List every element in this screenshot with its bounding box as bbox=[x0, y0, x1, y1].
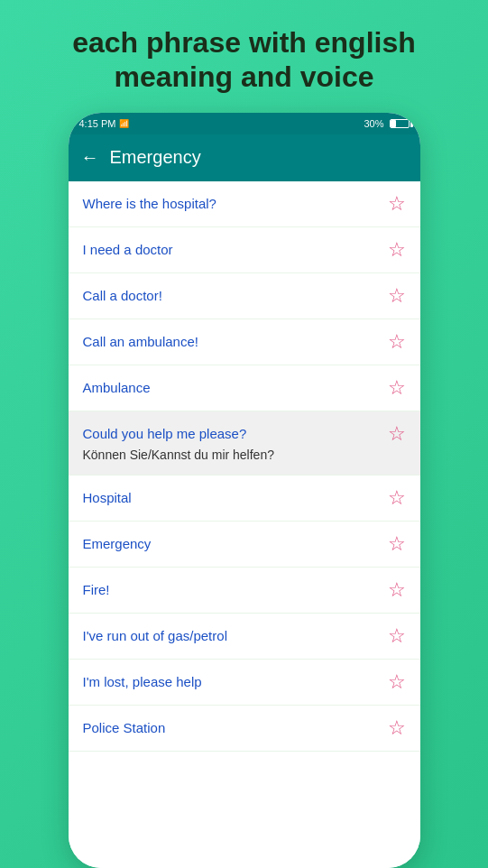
list-item[interactable]: Emergency ☆ bbox=[69, 522, 420, 568]
phrase-text: Emergency bbox=[83, 536, 152, 551]
list-item[interactable]: Where is the hospital? ☆ bbox=[69, 181, 420, 227]
list-item[interactable]: Call an ambulance! ☆ bbox=[69, 319, 420, 365]
phrase-text: Hospital bbox=[83, 490, 132, 505]
list-item[interactable]: Police Station ☆ bbox=[69, 706, 420, 752]
phrase-text: Police Station bbox=[83, 720, 166, 735]
status-right: 30% bbox=[364, 118, 409, 129]
phrase-text: Call an ambulance! bbox=[83, 334, 198, 349]
battery-percent: 30% bbox=[364, 118, 383, 129]
phrase-text: I'm lost, please help bbox=[83, 674, 202, 689]
status-left: 4:15 PM 📶 bbox=[79, 118, 130, 129]
star-icon[interactable]: ☆ bbox=[388, 718, 406, 738]
star-icon[interactable]: ☆ bbox=[388, 534, 406, 554]
star-icon[interactable]: ☆ bbox=[388, 286, 406, 306]
phone-wrapper: 4:15 PM 📶 30% ← Emergency Where is the h… bbox=[69, 113, 420, 868]
phrase-list: Where is the hospital? ☆ I need a doctor… bbox=[69, 181, 420, 868]
star-icon[interactable]: ☆ bbox=[388, 672, 406, 692]
list-item[interactable]: Fire! ☆ bbox=[69, 568, 420, 614]
star-icon[interactable]: ☆ bbox=[388, 424, 406, 444]
status-bar: 4:15 PM 📶 30% bbox=[69, 113, 420, 134]
phrase-text: I've run out of gas/petrol bbox=[83, 628, 227, 643]
star-icon[interactable]: ☆ bbox=[388, 194, 406, 214]
phrase-translation: Können Sie/Kannst du mir helfen? bbox=[83, 448, 274, 462]
list-item[interactable]: I'm lost, please help ☆ bbox=[69, 660, 420, 706]
phrase-row: Could you help me please? ☆ bbox=[83, 424, 406, 444]
star-icon[interactable]: ☆ bbox=[388, 626, 406, 646]
app-bar-title: Emergency bbox=[110, 147, 201, 168]
sim-icon: 📶 bbox=[119, 119, 129, 128]
battery-icon bbox=[390, 119, 410, 128]
back-button[interactable]: ← bbox=[81, 147, 99, 168]
star-icon[interactable]: ☆ bbox=[388, 488, 406, 508]
time-display: 4:15 PM bbox=[79, 118, 116, 129]
list-item[interactable]: Could you help me please? ☆ Können Sie/K… bbox=[69, 411, 420, 476]
app-bar: ← Emergency bbox=[69, 134, 420, 181]
phrase-text: Call a doctor! bbox=[83, 288, 162, 303]
list-item[interactable]: I've run out of gas/petrol ☆ bbox=[69, 614, 420, 660]
phrase-text: I need a doctor bbox=[83, 242, 173, 257]
phrase-text: Where is the hospital? bbox=[83, 196, 216, 211]
list-item[interactable]: Hospital ☆ bbox=[69, 476, 420, 522]
star-icon[interactable]: ☆ bbox=[388, 332, 406, 352]
star-icon[interactable]: ☆ bbox=[388, 378, 406, 398]
phrase-text: Fire! bbox=[83, 582, 110, 597]
list-item[interactable]: Ambulance ☆ bbox=[69, 365, 420, 411]
star-icon[interactable]: ☆ bbox=[388, 240, 406, 260]
star-icon[interactable]: ☆ bbox=[388, 580, 406, 600]
list-item[interactable]: Call a doctor! ☆ bbox=[69, 273, 420, 319]
list-item[interactable]: I need a doctor ☆ bbox=[69, 227, 420, 273]
phrase-text: Could you help me please? bbox=[83, 426, 247, 441]
header-text: each phrase with english meaning and voi… bbox=[0, 0, 488, 113]
phrase-text: Ambulance bbox=[83, 380, 151, 395]
